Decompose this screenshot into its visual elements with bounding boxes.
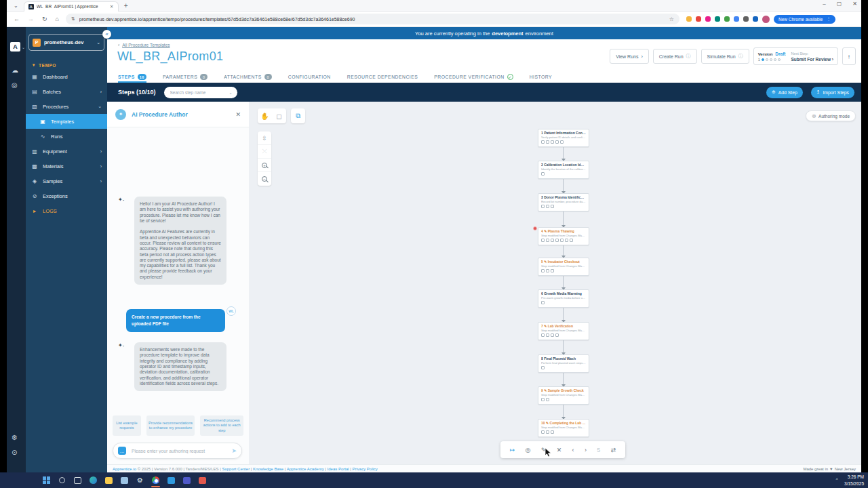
tab-steps[interactable]: STEPS10	[118, 71, 146, 83]
search-icon[interactable]	[58, 476, 66, 485]
cloud-icon[interactable]: ☁	[12, 66, 18, 74]
zoom-out-icon[interactable]: −	[258, 172, 271, 186]
tab-history[interactable]: HISTORY	[530, 71, 552, 83]
profile-avatar[interactable]	[762, 16, 770, 23]
locate-icon[interactable]: ◎	[526, 447, 531, 453]
authoring-input-bar[interactable]: … ➤	[113, 443, 242, 459]
forward-icon[interactable]: →	[28, 16, 34, 22]
footer-link[interactable]: Privacy Policy	[353, 467, 378, 471]
footer-link[interactable]: Ideas Portal	[328, 467, 349, 471]
fit-height-icon[interactable]: ⇳	[258, 131, 271, 145]
flow-step-node[interactable]: 3 Donor Plasma IdentificationRecord lot …	[538, 193, 589, 211]
step-search[interactable]: ⌄	[164, 87, 237, 98]
chrome-menu-icon[interactable]: ⋮	[826, 16, 831, 22]
link-steps-icon[interactable]: ⤫	[258, 145, 271, 159]
fit-view-icon[interactable]: ↦	[510, 447, 515, 453]
maximize-icon[interactable]: ▢	[837, 1, 842, 7]
chevron-down-icon[interactable]: ⌄	[229, 90, 233, 95]
authoring-request-input[interactable]	[130, 448, 227, 454]
more-options-button[interactable]: ⁝	[842, 47, 856, 65]
back-icon[interactable]: ←	[14, 16, 20, 22]
tab-configuration[interactable]: CONFIGURATION	[288, 71, 331, 83]
tab-procedure-verification[interactable]: PROCEDURE VERIFICATION✓	[434, 71, 513, 83]
new-chrome-pill[interactable]: New Chrome available ⋮	[774, 15, 835, 24]
refresh-icon[interactable]: ↻	[42, 16, 47, 22]
flow-step-node[interactable]: 8 Final Plasmid WashPerform final plasmi…	[538, 354, 589, 373]
sidebar-section-tempo[interactable]: ▾ TEMPO	[33, 62, 107, 68]
minimize-icon[interactable]: –	[823, 1, 825, 7]
close-icon[interactable]: ✕	[852, 1, 857, 7]
flow-step-node[interactable]: 6 Growth Media WarmingPre-warm growth me…	[538, 289, 589, 308]
new-tab-button[interactable]: +	[124, 2, 128, 9]
extension-icon-1[interactable]	[686, 16, 692, 22]
tray-chevron-icon[interactable]: ⌃	[835, 478, 839, 483]
suggestion-chip[interactable]: Provide recommendations to enhance my pr…	[146, 415, 195, 436]
sidebar-item-templates[interactable]: ▣Templates	[26, 114, 107, 129]
flow-step-node[interactable]: 10 ✎ Completing the Lab Equipment Verif……	[538, 419, 589, 437]
step-search-input[interactable]	[169, 89, 226, 96]
flow-step-node[interactable]: 2 Calibration Location IdentificationIde…	[538, 161, 589, 179]
close-icon[interactable]: ✕	[235, 111, 241, 118]
file-explorer-icon[interactable]	[104, 476, 113, 485]
sidebar-item-logs[interactable]: ▸LOGS	[26, 203, 107, 218]
edge-icon[interactable]	[89, 476, 98, 485]
import-steps-button[interactable]: ↥ Import Steps	[811, 87, 854, 98]
footer-link[interactable]: Apprentice.io	[113, 467, 136, 471]
settings-gear-icon[interactable]: ⚙	[12, 434, 18, 441]
bookmark-icon[interactable]: ☆	[669, 16, 674, 22]
sidebar-item-exceptions[interactable]: ⊘Exceptions	[26, 188, 107, 203]
tab-parameters[interactable]: PARAMETERS0	[163, 71, 208, 83]
collapse-panel-button[interactable]: «	[102, 30, 111, 39]
footer-link[interactable]: Apprentice Academy	[287, 467, 324, 471]
address-bar[interactable]: ⇅ prometheus-dev.apprentice.io/apprentic…	[66, 14, 679, 24]
simulate-run-button[interactable]: Simulate Run ⓘ	[701, 49, 749, 64]
pan-hand-icon[interactable]: ✋	[258, 108, 272, 123]
extension-icon-2[interactable]	[696, 16, 701, 22]
tab-close-icon[interactable]: ✕	[110, 4, 114, 9]
flow-step-node[interactable]: 1 Patient Information ConfirmationVerify…	[538, 129, 589, 147]
flow-layout-icon[interactable]: ⧉	[291, 108, 305, 123]
teams-icon[interactable]	[182, 476, 191, 485]
breadcrumb[interactable]: ‹All Procedure Templates	[118, 43, 170, 47]
view-runs-button[interactable]: View Runs ›	[610, 49, 649, 64]
tab-search-icon[interactable]: ⌄	[14, 3, 18, 9]
extension-icon-3[interactable]	[705, 16, 711, 22]
create-run-button[interactable]: Create Run ⓘ	[653, 49, 697, 64]
reorder-icon[interactable]: ⇄	[611, 447, 616, 453]
settings-icon[interactable]: ⚙	[136, 476, 144, 485]
taskbar-clock[interactable]: 3:26 PM 3/15/2025	[844, 474, 864, 486]
send-icon[interactable]: ➤	[231, 447, 237, 454]
flow-step-node[interactable]: 4 ✎ Plasma ThawingStep modified from Cha…	[538, 227, 589, 245]
tab-resource-dependencies[interactable]: RESOURCE DEPENDENCIES	[347, 71, 418, 83]
suggestion-chip[interactable]: Recommend process actions to add to each…	[200, 415, 243, 436]
next-icon[interactable]: ›	[585, 447, 587, 453]
flow-step-node[interactable]: 9 ✎ Sample Growth CheckStep modified fro…	[538, 386, 589, 405]
flow-step-node[interactable]: 7 ✎ Lab VerificationStep modified from C…	[538, 322, 589, 340]
extension-icon-8[interactable]	[753, 16, 758, 22]
store-icon[interactable]	[120, 476, 129, 485]
sidebar-item-dashboard[interactable]: ▦Dashboard	[26, 69, 107, 84]
start-button[interactable]	[42, 476, 51, 485]
sidebar-item-materials[interactable]: ▩Materials›	[26, 159, 107, 174]
tab-attachments[interactable]: ATTACHMENTS0	[224, 71, 271, 83]
sidebar-item-samples[interactable]: ◈Samples›	[26, 174, 107, 188]
chrome-icon[interactable]	[151, 476, 160, 485]
task-view-icon[interactable]	[73, 476, 82, 485]
vscode-icon[interactable]	[167, 476, 176, 485]
app-icon-orange[interactable]	[198, 476, 207, 485]
sidebar-item-batches[interactable]: ▤Batches›	[26, 84, 107, 99]
sidebar-item-runs[interactable]: ∿Runs	[26, 129, 107, 144]
add-step-button[interactable]: ⊕ Add Step	[766, 87, 803, 98]
submit-for-review-button[interactable]: Submit For Review ›	[791, 57, 834, 62]
close-icon[interactable]: ✕	[557, 447, 562, 453]
extension-icon-6[interactable]	[734, 16, 739, 22]
sidebar-item-procedures[interactable]: ▧Procedures⌄	[26, 99, 107, 114]
suggestion-chip[interactable]: List example requests	[113, 415, 141, 436]
workspace-selector[interactable]: P prometheus-dev ⌄	[28, 34, 104, 51]
sidebar-item-equipment[interactable]: ▥Equipment›	[26, 144, 107, 159]
home-icon[interactable]: ⌂	[56, 16, 59, 22]
footer-link[interactable]: Support Center	[222, 467, 250, 471]
help-icon[interactable]: ⊙	[12, 449, 17, 456]
extension-icon-4[interactable]	[715, 16, 720, 22]
flow-step-node[interactable]: 5 ✎ Incubator CheckoutStep modified from…	[538, 258, 589, 276]
